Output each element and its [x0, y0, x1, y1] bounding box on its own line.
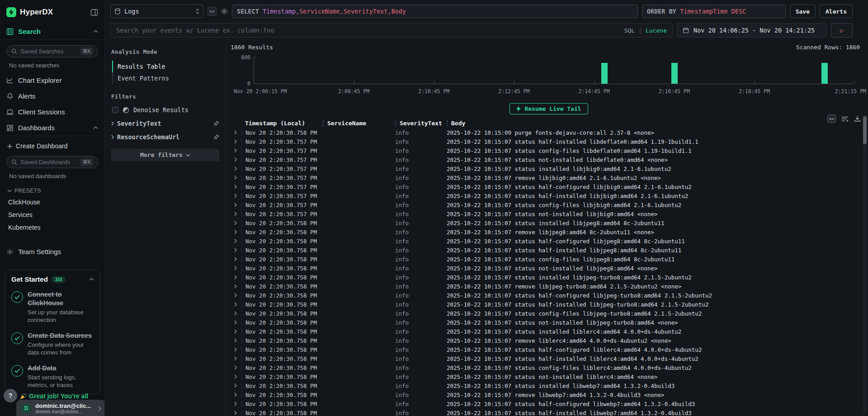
table-row[interactable]: Nov 20 2:20:30.758 PM info 2025-10-22 10… [230, 128, 868, 137]
table-row[interactable]: Nov 20 2:20:30.757 PM info 2025-10-22 10… [230, 155, 868, 164]
filter-group-severitytext[interactable]: SeverityText [111, 115, 219, 129]
column-resize-handle[interactable] [323, 120, 324, 126]
table-row[interactable]: Nov 20 2:20:30.758 PM info 2025-10-22 10… [230, 291, 868, 300]
filter-group-resourceschemaurl[interactable]: ResourceSchemaUrl [111, 129, 219, 142]
scrollbar-thumb[interactable] [863, 116, 867, 144]
table-row[interactable]: Nov 20 2:20:30.758 PM info 2025-10-22 10… [230, 264, 868, 273]
language-sql-option[interactable]: SQL [624, 27, 635, 34]
table-row[interactable]: Nov 20 2:20:30.758 PM info 2025-10-22 10… [230, 327, 868, 336]
get-started-step-sources[interactable]: Create Data Sources Configure where your… [11, 331, 94, 357]
sidebar-item-label: Chart Explorer [18, 76, 62, 84]
table-row[interactable]: Nov 20 2:20:30.758 PM info 2025-10-22 10… [230, 227, 868, 236]
column-header-severitytext[interactable]: SeverityText [392, 120, 443, 127]
run-query-button[interactable]: ▷ [831, 23, 853, 38]
denoise-results-toggle[interactable]: Denoise Results [112, 106, 219, 113]
table-row[interactable]: Nov 20 2:20:30.757 PM info 2025-10-22 10… [230, 146, 868, 155]
log-timestamp: Nov 20 2:20:30.757 PM [241, 156, 319, 163]
table-row[interactable]: Nov 20 2:20:30.758 PM info 2025-10-22 10… [230, 300, 868, 309]
log-body: 2025-10-22 10:15:07 status half-configur… [443, 238, 868, 245]
download-icon[interactable] [854, 115, 861, 122]
sidebar-item-label: Dashboards [18, 124, 55, 132]
sidebar-item-team-settings[interactable]: Team Settings [0, 244, 104, 260]
table-row[interactable]: Nov 20 2:20:30.758 PM info 2025-10-22 10… [230, 255, 868, 264]
table-row[interactable]: Nov 20 2:20:30.758 PM info 2025-10-22 10… [230, 218, 868, 227]
mode-results-table[interactable]: Results Table [112, 61, 219, 72]
table-row[interactable]: Nov 20 2:20:30.758 PM info 2025-10-22 10… [230, 282, 868, 291]
table-row[interactable]: Nov 20 2:20:30.757 PM info 2025-10-22 10… [230, 191, 868, 200]
more-filters-button[interactable]: More filters [111, 149, 219, 161]
orderby-clause-input[interactable]: ORDER BY TimestampTime DESC [642, 5, 786, 18]
log-timestamp: Nov 20 2:20:30.758 PM [241, 220, 319, 227]
table-row[interactable]: Nov 20 2:20:30.758 PM info 2025-10-22 10… [230, 318, 868, 327]
create-dashboard-button[interactable]: Create Dashboard [0, 139, 104, 153]
get-started-card: Get Started 3/3 Connect to ClickHouse Se… [5, 269, 100, 394]
table-row[interactable]: Nov 20 2:20:30.757 PM info 2025-10-22 10… [230, 209, 868, 218]
sidebar-collapse-icon[interactable] [90, 9, 98, 16]
column-resize-handle[interactable] [447, 120, 448, 126]
sidebar-item-chart-explorer[interactable]: Chart Explorer [0, 72, 104, 88]
language-lucene-option[interactable]: Lucene [646, 27, 667, 34]
table-row[interactable]: Nov 20 2:20:30.758 PM info 2025-10-22 10… [230, 345, 868, 354]
table-row[interactable]: Nov 20 2:20:30.758 PM info 2025-10-22 10… [230, 372, 868, 381]
mode-event-patterns[interactable]: Event Patterns [112, 72, 219, 84]
table-row[interactable]: Nov 20 2:20:30.758 PM info 2025-10-22 10… [230, 246, 868, 255]
table-columns-settings-icon[interactable] [841, 116, 849, 122]
log-body: 2025-10-22 10:15:07 status not-installed… [443, 319, 868, 326]
get-started-header[interactable]: Get Started 3/3 [11, 275, 94, 283]
table-row[interactable]: Nov 20 2:20:30.757 PM info 2025-10-22 10… [230, 137, 868, 146]
saved-dashboards-input[interactable]: ⌘K [6, 156, 98, 168]
resume-live-tail-button[interactable]: Resume Live Tail [509, 103, 588, 114]
sidebar-item-dashboards[interactable]: Dashboards [0, 120, 104, 136]
column-header-servicename[interactable]: ServiceName [319, 120, 392, 127]
code-toggle-button[interactable]: <> [208, 7, 217, 16]
table-row[interactable]: Nov 20 2:20:30.758 PM info 2025-10-22 10… [230, 273, 868, 282]
table-row[interactable]: Nov 20 2:20:30.758 PM info 2025-10-22 10… [230, 363, 868, 372]
table-row[interactable]: Nov 20 2:20:30.757 PM info 2025-10-22 10… [230, 173, 868, 182]
presets-toggle[interactable]: PRESETS [0, 183, 104, 196]
column-header-body[interactable]: Body [443, 120, 868, 127]
table-row[interactable]: Nov 20 2:20:30.758 PM info 2025-10-22 10… [230, 408, 868, 416]
saved-dashboards-field[interactable] [20, 159, 77, 165]
sidebar-item-search[interactable]: Search [0, 24, 104, 39]
topbar: Logs <> SELECT Timestamp ,ServiceName,Se… [105, 0, 868, 38]
pin-icon[interactable] [213, 134, 219, 140]
column-header-timestamp[interactable]: Timestamp (Local) [241, 120, 319, 127]
y-axis-tick-min: 0 [230, 80, 250, 87]
table-row[interactable]: Nov 20 2:20:30.758 PM info 2025-10-22 10… [230, 336, 868, 345]
table-scrollbar[interactable] [863, 115, 867, 414]
save-button[interactable]: Save [790, 5, 816, 18]
denoise-checkbox[interactable] [112, 107, 118, 113]
table-row[interactable]: Nov 20 2:20:30.758 PM info 2025-10-22 10… [230, 381, 868, 390]
sidebar-item-alerts[interactable]: Alerts [0, 88, 104, 104]
select-clause-input[interactable]: SELECT Timestamp ,ServiceName,SeverityTe… [232, 5, 638, 18]
table-code-view-button[interactable]: <> [827, 114, 836, 123]
get-started-progress-badge: 3/3 [52, 276, 66, 283]
hyperdx-logo[interactable]: HyperDX [6, 7, 53, 17]
date-range-picker[interactable]: Nov 20 14:06:25 - Nov 20 14:21:25 [677, 23, 827, 38]
column-resize-handle[interactable] [395, 120, 396, 126]
help-button[interactable]: ? [4, 389, 17, 402]
preset-clickhouse[interactable]: ClickHouse [0, 196, 104, 208]
preset-kubernetes[interactable]: Kubernetes [0, 221, 104, 234]
saved-searches-input[interactable]: ⌘K [6, 45, 98, 57]
pin-icon[interactable] [213, 120, 219, 127]
log-severity: info [392, 229, 443, 236]
get-started-step-connect[interactable]: Connect to ClickHouse Set up your databa… [11, 290, 94, 324]
table-row[interactable]: Nov 20 2:20:30.757 PM info 2025-10-22 10… [230, 182, 868, 191]
table-row[interactable]: Nov 20 2:20:30.757 PM info 2025-10-22 10… [230, 200, 868, 209]
source-settings-gear-icon[interactable] [221, 8, 228, 15]
event-search-input[interactable] [111, 24, 672, 37]
preset-services[interactable]: Services [0, 208, 104, 221]
table-row[interactable]: Nov 20 2:20:30.757 PM info 2025-10-22 10… [230, 164, 868, 173]
table-row[interactable]: Nov 20 2:20:30.758 PM info 2025-10-22 10… [230, 354, 868, 363]
source-select[interactable]: Logs [110, 5, 203, 18]
log-timestamp: Nov 20 2:20:30.757 PM [241, 184, 319, 190]
sidebar-item-client-sessions[interactable]: Client Sessions [0, 104, 104, 120]
alerts-button[interactable]: Alerts [820, 5, 853, 18]
table-row[interactable]: Nov 20 2:20:30.758 PM info 2025-10-22 10… [230, 399, 868, 408]
table-row[interactable]: Nov 20 2:20:30.758 PM info 2025-10-22 10… [230, 236, 868, 246]
table-row[interactable]: Nov 20 2:20:30.758 PM info 2025-10-22 10… [230, 309, 868, 318]
table-row[interactable]: Nov 20 2:20:30.758 PM info 2025-10-22 10… [230, 390, 868, 399]
user-menu[interactable]: D dominic.tran@clic... dominic.tran@clic… [16, 400, 105, 416]
saved-searches-field[interactable] [20, 48, 77, 55]
